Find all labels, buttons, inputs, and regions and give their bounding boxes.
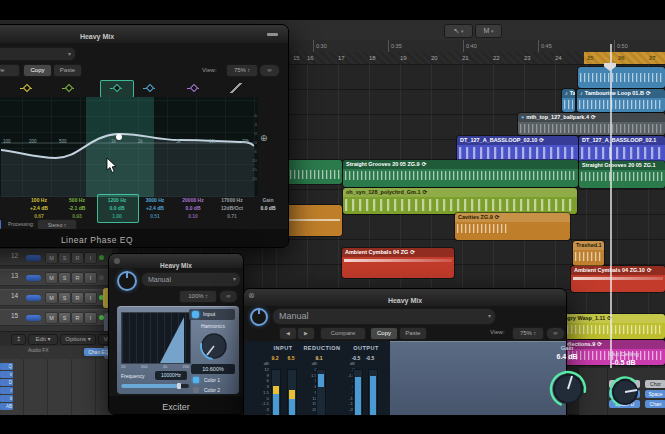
mute-button[interactable]: M bbox=[45, 272, 58, 284]
ruler-bar[interactable]: 25 bbox=[587, 52, 594, 64]
input-monitor-button[interactable]: I bbox=[84, 292, 97, 304]
insert-slot-stack[interactable]: Q v D r it AB bbox=[0, 363, 13, 411]
color2-led[interactable] bbox=[193, 387, 199, 393]
ruler-bar[interactable]: 15 bbox=[293, 52, 300, 64]
eq-band-values[interactable]: 1200 Hz0.0 dB1.00 bbox=[99, 196, 135, 220]
track-row[interactable]: 12 MSRI bbox=[0, 249, 112, 266]
ruler-bar[interactable]: 19 bbox=[400, 52, 407, 64]
pointer-tool-button[interactable]: ↖ ▾ bbox=[444, 24, 473, 38]
eq-preset-dropdown[interactable]: ▾ bbox=[0, 47, 76, 61]
eq-graph[interactable]: 100 200 500 1k 2k 5k 10k 20k 6 3 0 3 6 1… bbox=[0, 97, 258, 197]
limiter-compare-button[interactable]: Compare bbox=[320, 327, 366, 340]
region-ambient-cymbals-1[interactable]: Ambient Cymbals 04 ZG⟳ bbox=[342, 248, 454, 278]
power-button[interactable] bbox=[117, 271, 137, 291]
color1-led[interactable] bbox=[193, 377, 199, 383]
region-ballpark[interactable]: ●mth_top_127_ballpark.4⟳ bbox=[518, 113, 665, 135]
eq-band-values[interactable]: 3000 Hz+2.4 dB0.51 bbox=[137, 196, 173, 220]
ruler-bar[interactable]: 27 bbox=[649, 52, 656, 64]
edit-menu-button[interactable]: Edit ▾ bbox=[28, 334, 58, 345]
exciter-frequency-value[interactable]: 10000Hz bbox=[155, 371, 187, 380]
eq-band-values[interactable]: 20000 Hz0.0 dB0.10 bbox=[175, 196, 211, 220]
exciter-percent-box[interactable]: 100% ↕ bbox=[179, 290, 217, 303]
insert-slot[interactable]: Space bbox=[645, 390, 665, 398]
eq-side-slot[interactable] bbox=[0, 220, 1, 229]
input-monitor-button[interactable]: I bbox=[84, 272, 97, 284]
eq-curve[interactable] bbox=[1, 97, 254, 197]
eq-band-icon[interactable] bbox=[143, 83, 155, 93]
region-bassloop-2[interactable]: DT_127_A_BASSLOOP_02.1 bbox=[579, 136, 665, 163]
track-row[interactable]: 15 MSRI bbox=[0, 309, 112, 326]
channel-strip-header[interactable]: Chor bbox=[645, 380, 665, 388]
solo-button[interactable]: S bbox=[58, 292, 71, 304]
eq-highcut-icon[interactable] bbox=[230, 83, 242, 93]
exciter-harmonics-value[interactable]: 10.600% bbox=[191, 364, 235, 374]
eq-band-icon[interactable] bbox=[62, 83, 74, 93]
region-ambient-cymbals-2[interactable]: Ambient Cymbals 04 ZG.10⟳ bbox=[571, 266, 665, 292]
ruler-bar[interactable]: 23 bbox=[524, 52, 531, 64]
harmonics-knob[interactable] bbox=[199, 331, 229, 361]
mute-button[interactable]: M bbox=[45, 252, 58, 264]
exciter-color1-label[interactable]: Color 1 bbox=[204, 377, 220, 383]
eq-band-icon[interactable] bbox=[20, 83, 32, 93]
limiter-preset-dropdown[interactable]: Manual▾ bbox=[272, 308, 496, 325]
gain-knob[interactable] bbox=[548, 369, 588, 409]
ruler-bar[interactable]: 17 bbox=[338, 52, 345, 64]
solo-button[interactable]: S bbox=[58, 272, 71, 284]
power-button[interactable] bbox=[250, 308, 268, 326]
close-icon[interactable] bbox=[114, 258, 120, 264]
limiter-titlebar[interactable]: Heavy Mix ⊗ bbox=[244, 289, 566, 306]
next-preset-button[interactable]: ▶ bbox=[297, 327, 315, 340]
region-tambourine-loop[interactable]: ♪Tambourine Loop 01.B⟳ bbox=[577, 89, 665, 112]
eq-band-values[interactable]: 100 Hz+2.4 dB0.67 bbox=[21, 196, 57, 220]
exciter-titlebar[interactable]: Heavy Mix bbox=[109, 254, 243, 268]
eq-master-gain[interactable]: Gain0.0 dB bbox=[251, 196, 285, 212]
link-icon[interactable]: ∞ bbox=[219, 290, 238, 303]
ruler-bar[interactable]: 21 bbox=[462, 52, 469, 64]
playhead-line[interactable] bbox=[610, 44, 612, 370]
close-icon[interactable]: ⊗ bbox=[248, 291, 255, 300]
link-icon[interactable]: ∞ bbox=[546, 327, 565, 340]
record-button[interactable]: R bbox=[71, 252, 84, 264]
eq-titlebar[interactable]: Heavy Mix bbox=[0, 25, 288, 43]
eq-paste-button[interactable]: Paste bbox=[53, 64, 82, 77]
exciter-color2-label[interactable]: Color 2 bbox=[204, 387, 220, 393]
prev-preset-button[interactable]: ◀ bbox=[279, 327, 297, 340]
solo-button[interactable]: S bbox=[58, 312, 71, 324]
eq-band-values[interactable]: 500 Hz-2.1 dB0.93 bbox=[59, 196, 95, 220]
eq-band-icon[interactable] bbox=[187, 83, 199, 93]
ruler-bar[interactable]: 24 bbox=[555, 52, 562, 64]
ruler-bar[interactable]: 16 bbox=[307, 52, 314, 64]
limiter-copy-button[interactable]: Copy bbox=[370, 327, 398, 340]
mute-button[interactable]: M bbox=[45, 312, 58, 324]
ruler-bar[interactable]: 26 bbox=[618, 52, 625, 64]
command-click-tool-button[interactable]: M ▾ bbox=[475, 24, 502, 38]
region-trashed[interactable]: Trashed.1 bbox=[573, 241, 604, 266]
analyzer-target-icon[interactable]: ⊕ bbox=[260, 133, 268, 143]
eq-view-value[interactable]: 75% ↕ bbox=[226, 64, 258, 77]
track-row[interactable]: 13 MSRI bbox=[0, 269, 112, 286]
record-button[interactable]: R bbox=[71, 292, 84, 304]
region-straight-grooves-2[interactable]: Straight Grooves 20 05 ZG.1 bbox=[579, 161, 665, 188]
region-cavities[interactable]: Cavities ZG.9⟳ bbox=[455, 213, 570, 240]
options-menu-button[interactable]: Options ▾ bbox=[60, 334, 96, 345]
insert-slot[interactable]: Chan bbox=[645, 400, 665, 408]
exciter-input-toggle[interactable]: Input bbox=[189, 309, 235, 320]
minimize-icon[interactable] bbox=[267, 33, 278, 36]
eq-band-values[interactable]: 17000 Hz12dB/Oct0.71 bbox=[213, 196, 251, 220]
solo-button[interactable]: S bbox=[58, 252, 71, 264]
eq-compare-button[interactable]: Compare bbox=[0, 64, 20, 77]
record-button[interactable]: R bbox=[71, 312, 84, 324]
eq-copy-button[interactable]: Copy bbox=[23, 64, 52, 77]
link-icon[interactable]: ∞ bbox=[259, 64, 280, 77]
exciter-frequency-slider[interactable] bbox=[121, 384, 189, 388]
region-audio[interactable] bbox=[578, 67, 665, 88]
region-oh-syn[interactable]: oh_syn_128_polychrd_Gm.1⟳ bbox=[343, 188, 577, 214]
input-monitor-button[interactable]: I bbox=[84, 312, 97, 324]
region-tambourine-small[interactable]: ♪Ta bbox=[562, 89, 575, 112]
exciter-preset-dropdown[interactable]: Manual▾ bbox=[141, 272, 241, 287]
input-monitor-button[interactable]: I bbox=[84, 252, 97, 264]
out-ceiling-knob[interactable] bbox=[608, 375, 642, 409]
mute-button[interactable]: M bbox=[45, 292, 58, 304]
region-straight-grooves-left[interactable] bbox=[284, 160, 342, 184]
region-bassloop-1[interactable]: DT_127_A_BASSLOOP_02.10⟳ bbox=[457, 136, 578, 163]
